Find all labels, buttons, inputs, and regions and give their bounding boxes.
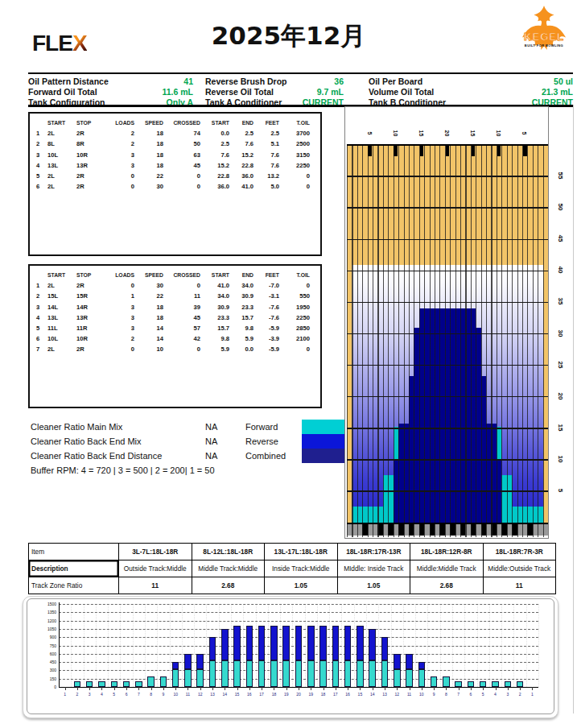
cell: 45 [163, 312, 200, 323]
cleaner-value: NA [205, 434, 245, 449]
cell: 6 [36, 333, 47, 344]
chart-xtick [138, 687, 139, 690]
cell: 2.5 [253, 128, 279, 139]
chart-xtick-label: 8 [145, 692, 157, 697]
header-rule [28, 72, 573, 74]
legend-swatch-reverse [302, 434, 344, 449]
chart-xtick [188, 687, 188, 690]
lane-gridline [347, 302, 548, 304]
cell: 36.0 [200, 181, 229, 192]
chart-xtick [114, 687, 115, 690]
legend-label-forward: Forward [245, 420, 302, 434]
chart-xtick-label: 14 [219, 692, 231, 697]
chart-xtick [163, 687, 164, 690]
info-row: Oil Pattern Distance41 [28, 77, 193, 87]
lane-distance-label: 15 [553, 420, 564, 436]
lane-distance-label: 5 [553, 482, 564, 498]
column-header: START [47, 270, 76, 280]
chart-bar-forward [233, 660, 241, 687]
chart-bar-reverse [319, 626, 327, 660]
cell: 10L [47, 333, 76, 344]
cell: 2L [47, 344, 76, 354]
chart-bar-reverse [418, 662, 426, 669]
lane-gridline [347, 396, 548, 398]
cell: 14 [134, 333, 163, 344]
track-ratio: 2.68 [192, 577, 266, 594]
load-table-row: 72L2R01005.90.0-5.90 [36, 344, 320, 354]
chart-bar-reverse [196, 654, 204, 669]
chart-bar-reverse [369, 629, 376, 660]
cell: 2L [47, 171, 76, 181]
chart-bar-forward [74, 681, 81, 687]
chart-xtick-label: 5 [108, 692, 120, 697]
info-label: Forward Oil Total [28, 87, 97, 97]
chart-xtick-label: 9 [427, 692, 439, 697]
load-table-row: 52L2R022022.836.013.20 [36, 171, 320, 181]
chart-xtick [77, 687, 78, 690]
lane-board-label-text: 5 [367, 131, 373, 134]
track-ratio: 1.05 [265, 577, 338, 594]
column-header: LOADS [107, 270, 134, 280]
chart-bar-forward [455, 681, 462, 687]
chart-xtick [175, 687, 176, 690]
cleaner-label: Cleaner Ratio Back End Mix [31, 434, 205, 449]
cell: 15.2 [200, 160, 229, 171]
chart-xtick-label: 11 [182, 692, 194, 697]
chart-xtick [348, 687, 348, 690]
info-row: Reverse Oil Total9.7 mL [205, 87, 344, 97]
cell: 34.0 [229, 280, 253, 291]
track-row-label: Description [29, 560, 119, 577]
cell: 0 [279, 181, 310, 192]
cell: 5.9 [200, 344, 229, 354]
chart-bar-forward [332, 660, 340, 687]
cell: 2 [36, 139, 47, 149]
load-table-row: 215L15R1221134.030.9-3.1550 [36, 291, 320, 301]
chart-bar-reverse [258, 626, 266, 660]
chart-xtick-label: 20 [292, 692, 304, 697]
cell: -7.6 [253, 302, 279, 312]
cell: 0.0 [229, 344, 253, 354]
chart-ytick-label: 300 [32, 668, 56, 672]
info-label: Reverse Brush Drop [205, 77, 287, 87]
chart-xtick [126, 687, 127, 690]
cell: 9.8 [200, 333, 229, 344]
info-column-2: Reverse Brush Drop36Reverse Oil Total9.7… [205, 77, 344, 109]
cell: 3700 [279, 128, 310, 139]
cell: 30.9 [200, 302, 229, 312]
cell: 5.0 [253, 181, 279, 192]
cell: 0 [107, 344, 134, 354]
chart-xtick-label: 19 [280, 692, 292, 697]
chart-bar-reverse [344, 626, 352, 660]
track-item: 18L-18R:17R-13R [338, 544, 411, 560]
cell: 3 [107, 323, 134, 333]
cell: 30 [134, 280, 163, 291]
load-table-row: 12L2R030041.034.0-7.00 [36, 280, 320, 291]
cleaner-value: NA [205, 449, 245, 463]
lane-board-label-text: 5 [522, 131, 528, 134]
cell: 3 [107, 302, 134, 312]
chart-bar-reverse [307, 626, 315, 660]
chart-hgrid [59, 612, 538, 613]
chart-xtick-label: 13 [378, 692, 390, 697]
chart-bar-forward [443, 676, 450, 687]
chart-xtick [360, 687, 361, 690]
load-table-row: 314L14R3183930.923.3-7.61950 [36, 302, 320, 312]
chart-bar-forward [123, 681, 130, 687]
chart-xtick-label: 15 [231, 692, 243, 697]
column-header: SPEED [134, 270, 163, 280]
info-column-3: Oil Per Board50 ulVolume Oil Total21.3 m… [369, 77, 573, 109]
chart-bar-reverse [357, 626, 364, 660]
cell: 0 [107, 280, 134, 291]
chart-xtick [89, 687, 90, 690]
cell: 2250 [279, 312, 310, 323]
lane-gridline [347, 490, 548, 492]
cell: 9.8 [229, 323, 253, 333]
cell: 14 [134, 323, 163, 333]
cell: 11R [76, 323, 107, 333]
chart-ytick-label: 1500 [32, 602, 56, 606]
chart-xtick [483, 687, 484, 690]
chart-xtick [520, 687, 521, 690]
column-header [36, 270, 47, 280]
chart-xtick-label: 2 [513, 692, 525, 697]
cell: 74 [163, 128, 200, 139]
